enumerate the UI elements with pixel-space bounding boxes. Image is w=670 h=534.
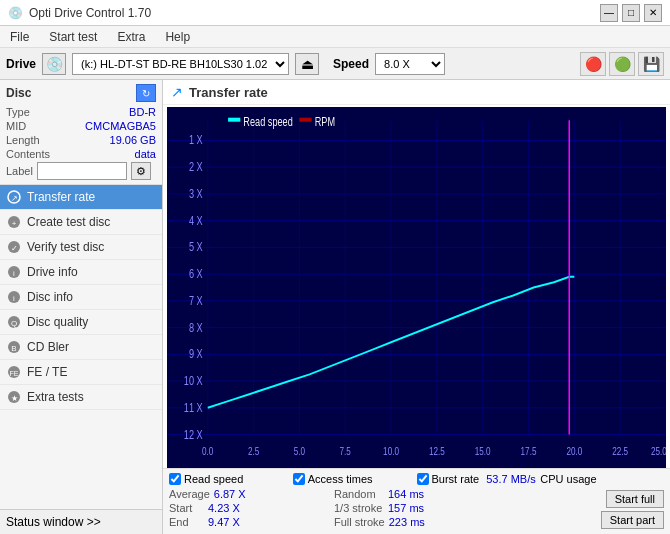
chart-title: Transfer rate (189, 85, 268, 100)
nav-verify-test-disc[interactable]: ✓ Verify test disc (0, 235, 162, 260)
svg-text:i: i (13, 269, 15, 278)
disc-label-btn[interactable]: ⚙ (131, 162, 151, 180)
disc-mid-val: CMCMAGBA5 (85, 120, 156, 132)
start-label: Start (169, 502, 204, 514)
maximize-button[interactable]: □ (622, 4, 640, 22)
eject-button[interactable]: ⏏ (295, 53, 319, 75)
speed-label: Speed (333, 57, 369, 71)
svg-text:1 X: 1 X (189, 133, 203, 147)
svg-text:25.0 GB: 25.0 GB (651, 445, 666, 457)
average-label: Average (169, 488, 210, 500)
average-row: Average 6.87 X (169, 488, 334, 500)
svg-text:20.0: 20.0 (566, 445, 582, 457)
nav-create-test-disc[interactable]: + Create test disc (0, 210, 162, 235)
disc-type-key: Type (6, 106, 30, 118)
menu-bar: File Start test Extra Help (0, 26, 670, 48)
svg-text:B: B (11, 344, 16, 353)
disc-refresh-icon[interactable]: ↻ (136, 84, 156, 102)
minimize-button[interactable]: — (600, 4, 618, 22)
nav-extra-tests[interactable]: ★ Extra tests (0, 385, 162, 410)
checkboxes-row: Read speed Access times Burst rate 53.7 … (169, 473, 664, 485)
drive-select[interactable]: (k:) HL-DT-ST BD-RE BH10LS30 1.02 (72, 53, 289, 75)
status-window-btn[interactable]: Status window >> (0, 509, 162, 534)
nav-items: ↗ Transfer rate + Create test disc ✓ Ver… (0, 185, 162, 509)
menu-file[interactable]: File (6, 29, 33, 45)
svg-text:Read speed: Read speed (243, 114, 292, 128)
title-bar-controls: — □ ✕ (600, 4, 662, 22)
nav-disc-quality[interactable]: Q Disc quality (0, 310, 162, 335)
disc-type-row: Type BD-R (6, 106, 156, 118)
toolbar-icons: 🔴 🟢 💾 (580, 52, 664, 76)
menu-extra[interactable]: Extra (113, 29, 149, 45)
speed-select[interactable]: 8.0 X (375, 53, 445, 75)
svg-text:★: ★ (11, 394, 18, 403)
start-row: Start 4.23 X (169, 502, 334, 514)
disc-label-input[interactable] (37, 162, 127, 180)
svg-text:10.0: 10.0 (383, 445, 399, 457)
toolbar-icon-2[interactable]: 🟢 (609, 52, 635, 76)
nav-fe-te[interactable]: FE FE / TE (0, 360, 162, 385)
transfer-rate-icon: ↗ (6, 189, 22, 205)
svg-text:2 X: 2 X (189, 160, 203, 174)
svg-text:5.0: 5.0 (294, 445, 305, 457)
access-times-checkbox[interactable] (293, 473, 305, 485)
nav-transfer-rate[interactable]: ↗ Transfer rate (0, 185, 162, 210)
access-times-checkbox-label: Access times (308, 473, 373, 485)
burst-rate-value: 53.7 MB/s (486, 473, 536, 485)
disc-quality-icon: Q (6, 314, 22, 330)
full-stroke-value: 223 ms (389, 516, 425, 528)
svg-text:i: i (13, 294, 15, 303)
burst-rate-checkbox[interactable] (417, 473, 429, 485)
drive-info-icon: i (6, 264, 22, 280)
full-stroke-label: Full stroke (334, 516, 385, 528)
access-times-checkbox-item: Access times (293, 473, 417, 485)
svg-text:17.5: 17.5 (521, 445, 537, 457)
menu-start-test[interactable]: Start test (45, 29, 101, 45)
disc-mid-row: MID CMCMAGBA5 (6, 120, 156, 132)
disc-contents-val: data (135, 148, 156, 160)
nav-fe-te-label: FE / TE (27, 365, 67, 379)
nav-disc-quality-label: Disc quality (27, 315, 88, 329)
start-part-button[interactable]: Start part (601, 511, 664, 529)
svg-text:11 X: 11 X (184, 401, 203, 415)
nav-extra-tests-label: Extra tests (27, 390, 84, 404)
random-row: Random 164 ms (334, 488, 499, 500)
chart-svg: 12 X 11 X 10 X 9 X 8 X 7 X 6 X 5 X 4 X 3… (167, 107, 666, 468)
svg-text:+: + (12, 219, 17, 228)
svg-text:7.5: 7.5 (340, 445, 351, 457)
chart-icon: ↗ (171, 84, 183, 100)
disc-section-header: Disc ↻ (6, 84, 156, 102)
nav-drive-info[interactable]: i Drive info (0, 260, 162, 285)
verify-test-disc-icon: ✓ (6, 239, 22, 255)
cpu-usage-label: CPU usage (540, 473, 596, 485)
extra-tests-icon: ★ (6, 389, 22, 405)
nav-cd-bler[interactable]: B CD Bler (0, 335, 162, 360)
svg-text:15.0: 15.0 (475, 445, 491, 457)
nav-disc-info[interactable]: i Disc info (0, 285, 162, 310)
read-speed-checkbox[interactable] (169, 473, 181, 485)
toolbar-icon-1[interactable]: 🔴 (580, 52, 606, 76)
menu-help[interactable]: Help (161, 29, 194, 45)
svg-text:22.5: 22.5 (612, 445, 628, 457)
end-value: 9.47 X (208, 516, 253, 528)
svg-text:9 X: 9 X (189, 347, 203, 361)
disc-contents-key: Contents (6, 148, 50, 160)
nav-transfer-rate-label: Transfer rate (27, 190, 95, 204)
nav-cd-bler-label: CD Bler (27, 340, 69, 354)
toolbar-icon-3[interactable]: 💾 (638, 52, 664, 76)
end-label: End (169, 516, 204, 528)
close-button[interactable]: ✕ (644, 4, 662, 22)
title-bar: 💿 Opti Drive Control 1.70 — □ ✕ (0, 0, 670, 26)
end-row: End 9.47 X (169, 516, 334, 528)
drive-icon-btn[interactable]: 💿 (42, 53, 66, 75)
average-value: 6.87 X (214, 488, 259, 500)
chart-header: ↗ Transfer rate (163, 80, 670, 105)
stats-col-3: Start full Start part (499, 488, 664, 530)
svg-rect-18 (167, 107, 666, 468)
start-full-button[interactable]: Start full (606, 490, 664, 508)
svg-text:12 X: 12 X (184, 427, 203, 441)
disc-length-row: Length 19.06 GB (6, 134, 156, 146)
read-speed-checkbox-label: Read speed (184, 473, 243, 485)
disc-type-val: BD-R (129, 106, 156, 118)
cpu-usage-checkbox-item: CPU usage (540, 473, 664, 485)
